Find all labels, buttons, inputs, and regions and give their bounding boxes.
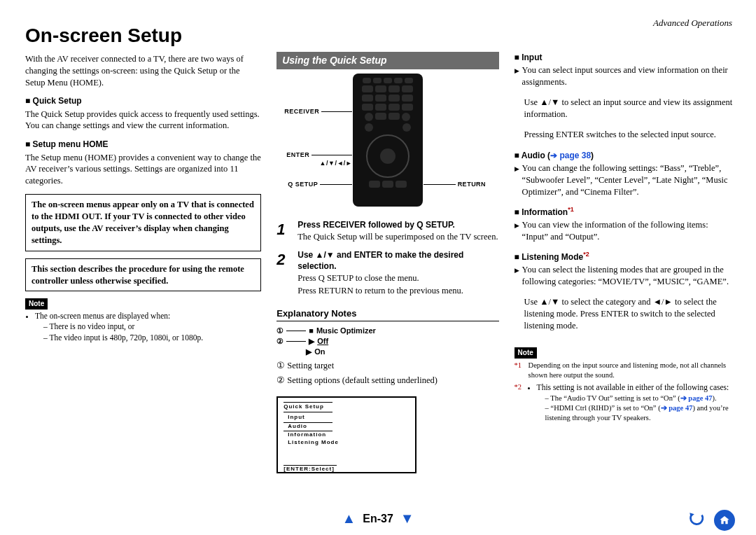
note-tag-right: Note <box>514 347 537 359</box>
label-arrows: ▲/▼/◄/► <box>276 159 352 167</box>
note-item-2: The video input is 480p, 720p, 1080i, or… <box>43 333 261 344</box>
explanatory-notes-heading: Explanatory Notes <box>276 307 498 322</box>
footnote-2-lead: This setting is not available in either … <box>537 383 729 391</box>
osd-item-info: Information <box>288 431 410 439</box>
remote-diagram: RECEIVER ENTER ▲/▼/◄/► Q SETUP RETURN <box>276 74 498 214</box>
audio-page-link[interactable]: ➔ page 38 <box>550 151 591 160</box>
information-body: You can view the information of the foll… <box>522 219 736 243</box>
explanatory-legend: ① Setting target ② Setting options (defa… <box>276 360 498 387</box>
listening-mode-body: You can select the listening modes that … <box>522 264 736 288</box>
audio-heading-text: Audio ( <box>522 151 550 160</box>
step2-body1: Press Q SETUP to close the menu. <box>298 272 498 284</box>
column-left: With the AV receiver connected to a TV, … <box>25 52 261 473</box>
quick-setup-heading: Quick Setup <box>25 95 261 106</box>
setup-menu-body: The Setup menu (HOME) provides a conveni… <box>25 152 261 188</box>
osd-item-input: Input <box>288 414 410 422</box>
page-title: On-screen Setup <box>25 22 736 49</box>
note-list: The on-screen menus are displayed when: … <box>25 311 261 344</box>
column-middle: Using the Quick Setup RECEIVER ENTER ▲/▼… <box>276 52 498 473</box>
column-right: Input You can select input sources and v… <box>514 52 736 473</box>
information-heading-text: Information <box>522 207 568 217</box>
osd-item-audio: Audio <box>288 423 332 431</box>
setup-menu-heading: Setup menu HOME <box>25 139 261 150</box>
listening-mode-heading: Listening Mode*2 <box>514 250 736 263</box>
hdmi-warning-box: The on-screen menus appear only on a TV … <box>25 194 261 251</box>
remote-control-icon <box>353 74 423 207</box>
footnote-1-body: Depending on the input source and listen… <box>528 361 736 380</box>
next-page-icon[interactable]: ▼ <box>400 509 414 528</box>
audio-heading: Audio (➔ page 38) <box>514 150 736 161</box>
label-qsetup: Q SETUP <box>288 181 318 188</box>
listening-mode-heading-text: Listening Mode <box>522 252 583 262</box>
input-body: You can select input sources and view in… <box>522 64 736 88</box>
step1-body: The Quick Setup will be superimposed on … <box>298 231 498 243</box>
footnote-2a-link[interactable]: ➔ page 47 <box>680 394 713 402</box>
note-item-1: There is no video input, or <box>43 321 261 333</box>
footnote-2b-link[interactable]: ➔ page 47 <box>661 404 693 412</box>
osd-item-lm: Listening Mode <box>288 439 410 447</box>
step-1: 1 Press RECEIVER followed by Q SETUP. Th… <box>276 219 498 244</box>
intro-paragraph: With the AV receiver connected to a TV, … <box>25 53 261 89</box>
note-tag: Note <box>25 298 48 310</box>
label-receiver: RECEIVER <box>284 108 319 115</box>
explanatory-diagram: ①■ Music Optimizer ②▶ Off ▶ On <box>276 326 498 357</box>
information-heading: Information*1 <box>514 205 736 218</box>
audio-heading-tail: ) <box>591 151 594 160</box>
remote-note-box: This section describes the procedure for… <box>25 258 261 292</box>
header-section: Advanced Operations <box>653 17 732 29</box>
prev-page-icon[interactable]: ▲ <box>342 509 356 528</box>
note-lead: The on-screen menus are displayed when: <box>35 312 170 320</box>
step1-heading: Press RECEIVER followed by Q SETUP. <box>298 219 498 230</box>
osd-menu-preview: Quick Setup Input Audio Information List… <box>276 396 416 473</box>
quick-setup-section-bar: Using the Quick Setup <box>276 52 498 69</box>
legend-2: ② Setting options (default setting under… <box>276 375 498 387</box>
input-sub1: Use ▲/▼ to select an input source and vi… <box>524 97 736 120</box>
home-icon[interactable] <box>714 510 735 531</box>
information-sup: *1 <box>568 206 574 213</box>
audio-body: You can change the following settings: “… <box>522 162 736 198</box>
listening-mode-sub: Use ▲/▼ to select the category and ◄/► t… <box>524 296 736 332</box>
input-sub2: Pressing ENTER switches to the selected … <box>524 129 736 141</box>
step2-body2: Press RETURN to return to the previous m… <box>298 285 498 297</box>
footnote-2a-pre: The “Audio TV Out” setting is set to “On… <box>550 394 680 402</box>
osd-footer: [ENTER:Select] <box>284 465 337 474</box>
expl-off: Off <box>317 336 328 347</box>
back-icon[interactable] <box>686 510 706 530</box>
footnote-2: *2 This setting is not available in eith… <box>514 382 736 423</box>
listening-mode-sup: *2 <box>583 251 589 258</box>
page-footer: ▲ En-37 ▼ <box>0 509 756 528</box>
step2-heading: Use ▲/▼ and ENTER to make the desired se… <box>298 249 498 272</box>
footnote-2a-post: ). <box>712 394 716 402</box>
legend-1: ① Setting target <box>276 360 498 372</box>
quick-setup-body: The Quick Setup provides quick access to… <box>25 109 261 132</box>
footnote-2b-pre: “HDMI Ctrl (RIHD)” is set to “On” ( <box>550 404 660 412</box>
footnote-1: *1 Depending on the input source and lis… <box>514 361 736 380</box>
expl-music-optimizer: Music Optimizer <box>316 326 376 336</box>
input-heading: Input <box>514 52 736 63</box>
page-number: En-37 <box>363 511 393 527</box>
label-enter: ENTER <box>286 151 309 158</box>
expl-on: On <box>314 347 325 357</box>
step-2: 2 Use ▲/▼ and ENTER to make the desired … <box>276 249 498 298</box>
label-return: RETURN <box>458 181 486 188</box>
osd-menu-title: Quick Setup <box>284 402 332 412</box>
